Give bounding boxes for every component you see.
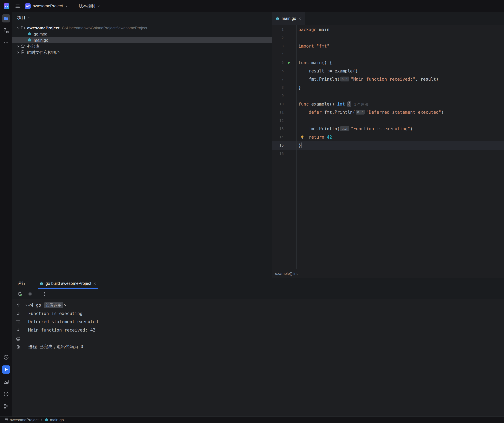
go-file-icon [45, 418, 48, 422]
code-token: } [298, 85, 301, 90]
line-number: 8 [272, 83, 284, 92]
line-number: 5 [272, 59, 284, 67]
print-icon [16, 336, 21, 341]
editor-gutter: 5 [272, 59, 296, 67]
chevron-right-icon[interactable] [16, 51, 21, 54]
console-text: Deferred statement executed [28, 319, 98, 324]
tab-close-icon[interactable] [93, 282, 96, 285]
code-token: func [298, 60, 309, 65]
tool-window-version-control-button[interactable] [2, 402, 10, 410]
tree-row-main.go[interactable]: main.go [12, 37, 272, 43]
code-line-13[interactable]: 13 fmt.Println(a…:"Function is executing… [272, 125, 504, 133]
tree-item-label: go.mod [34, 32, 48, 36]
tree-row-awesomeProject[interactable]: awesomeProjectC:\Users\meowr\GolandProje… [12, 25, 272, 31]
kebab-icon [42, 291, 47, 297]
tool-window-run-button[interactable] [2, 365, 10, 374]
code-line-14[interactable]: 14 return 42 [272, 133, 504, 141]
code-token: int [337, 102, 345, 106]
code-line-1[interactable]: 1package main [272, 25, 504, 34]
next-occurrence-button[interactable] [15, 311, 21, 317]
editor-gutter: 6 [272, 67, 296, 75]
line-number: 12 [272, 117, 284, 125]
soft-wrap-button[interactable] [15, 319, 21, 325]
code-line-12[interactable]: 12 [272, 117, 504, 125]
run-gutter-icon[interactable] [287, 60, 291, 65]
code-line-4[interactable]: 4 [272, 50, 504, 59]
code-token: 42 [327, 135, 332, 140]
chevron-down-icon [97, 5, 100, 8]
main-area: 项目 awesomeProjectC:\Users\meowr\GolandPr… [0, 12, 504, 417]
more-tool-windows-button[interactable] [2, 39, 10, 47]
code-token: fmt.Println( [298, 126, 340, 131]
breadcrumb-awesomeProject[interactable]: awesomeProject [5, 418, 38, 422]
code-line-3[interactable]: 3import "fmt" [272, 42, 504, 50]
clear-console-button[interactable] [15, 344, 21, 350]
code-line-text: fmt.Println(a…:"Main function received:"… [296, 75, 504, 83]
tool-window-services-button[interactable] [2, 353, 10, 361]
console-line-5 [28, 334, 504, 343]
code-line-11[interactable]: 11 defer fmt.Println(a…:"Deferred statem… [272, 108, 504, 117]
line-number: 13 [272, 125, 284, 133]
line-number: 7 [272, 75, 284, 83]
code-line-10[interactable]: 10func example() int {1 个用法 [272, 100, 504, 108]
chevron-right-icon[interactable] [16, 45, 21, 48]
code-line-8[interactable]: 8} [272, 83, 504, 92]
go-file-icon [27, 32, 32, 36]
code-token: fmt.Println( [298, 77, 340, 82]
editor-gutter: 13 [272, 125, 296, 133]
code-line-text [296, 92, 504, 100]
tool-window-problems-button[interactable] [2, 390, 10, 398]
run-body: ><4 go 设置调用>Function is executingDeferre… [12, 299, 504, 417]
run-tool-window: 运行 go build awesomeProject ><4 go 设置调用>F… [12, 278, 504, 417]
project-tree: awesomeProjectC:\Users\meowr\GolandProje… [12, 23, 272, 56]
intention-bulb-icon[interactable] [300, 135, 305, 139]
chevron-down-icon[interactable] [16, 26, 21, 30]
main-menu-button[interactable] [14, 2, 21, 10]
more-options-button[interactable] [42, 291, 48, 297]
context-label: example() int [275, 271, 298, 276]
tool-window-project-button[interactable] [2, 14, 10, 23]
project-panel-header[interactable]: 项目 [12, 12, 272, 23]
editor-tab-main-go[interactable]: main.go [272, 12, 305, 25]
console-text: > [64, 303, 66, 308]
line-number: 16 [272, 150, 284, 158]
project-panel-title: 项目 [17, 15, 25, 20]
tree-row-外部库[interactable]: 外部库 [12, 43, 272, 49]
code-line-6[interactable]: 6 result := example() [272, 67, 504, 75]
vcs-widget[interactable]: 版本控制 [77, 2, 102, 10]
project-widget[interactable]: AP awesomeProject [23, 2, 70, 10]
code-line-2[interactable]: 2 [272, 34, 504, 42]
print-button[interactable] [15, 336, 21, 341]
code-line-7[interactable]: 7 fmt.Println(a…:"Main function received… [272, 75, 504, 83]
prev-occurrence-button[interactable] [15, 302, 21, 308]
scrollend-icon [16, 328, 21, 333]
run-tab[interactable]: go build awesomeProject [38, 278, 98, 289]
console-line-1: ><4 go 设置调用> [28, 301, 504, 310]
editor-gutter: 11 [272, 108, 296, 117]
tab-close-icon[interactable] [298, 17, 301, 20]
line-number: 6 [272, 67, 284, 75]
rerun-button[interactable] [17, 291, 23, 297]
tool-window-structure-button[interactable] [2, 27, 10, 35]
console-output[interactable]: ><4 go 设置调用>Function is executingDeferre… [24, 299, 504, 417]
code-token: import [298, 44, 314, 49]
code-line-16[interactable]: 16 [272, 150, 504, 158]
tree-row-临时文件和控制台[interactable]: 临时文件和控制台 [12, 49, 272, 56]
tool-window-terminal-button[interactable] [2, 378, 10, 386]
breadcrumb-main.go[interactable]: main.go [45, 418, 64, 422]
scroll-to-end-button[interactable] [15, 328, 21, 333]
stop-button[interactable] [27, 291, 33, 297]
editor-area: main.go 1package main23import "fmt"45fun… [272, 12, 504, 278]
code-editor[interactable]: 1package main23import "fmt"45func main()… [272, 25, 504, 269]
code-line-9[interactable]: 9 [272, 92, 504, 100]
code-line-5[interactable]: 5func main() { [272, 59, 504, 67]
line-number: 4 [272, 50, 284, 59]
usages-inlay-hint[interactable]: 1 个用法 [354, 102, 368, 106]
code-token: package [298, 27, 317, 32]
fold-expand-icon[interactable]: > [25, 301, 27, 310]
code-line-15[interactable]: 15} [272, 141, 504, 150]
goland-logo-icon [3, 3, 10, 9]
editor-gutter: 9 [272, 92, 296, 100]
editor-gutter: 3 [272, 42, 296, 50]
tree-row-go.mod[interactable]: go.mod [12, 31, 272, 37]
